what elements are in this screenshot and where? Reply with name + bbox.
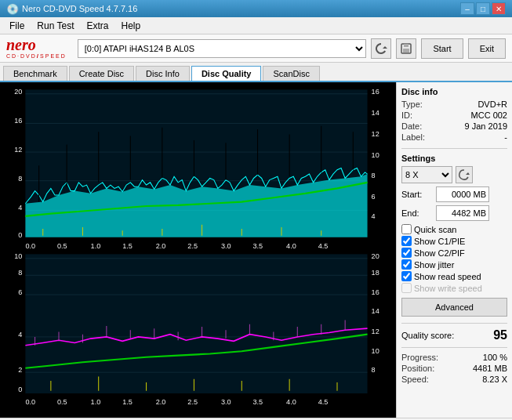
start-button[interactable]: Start <box>421 38 463 59</box>
show-c1pie-checkbox[interactable] <box>401 236 412 246</box>
quality-score-value: 95 <box>493 328 507 342</box>
menu-bar: File Run Test Extra Help <box>0 17 512 34</box>
save-icon-btn[interactable] <box>396 38 416 59</box>
advanced-button[interactable]: Advanced <box>401 298 507 317</box>
drive-select[interactable]: [0:0] ATAPI iHAS124 B AL0S <box>78 39 367 58</box>
svg-rect-2 <box>403 49 409 52</box>
disc-date-value: 9 Jan 2019 <box>465 121 507 131</box>
svg-text:8: 8 <box>372 171 376 179</box>
svg-text:1.5: 1.5 <box>122 241 133 250</box>
title-bar-text: Nero CD-DVD Speed 4.7.7.16 <box>22 4 137 13</box>
svg-text:16: 16 <box>372 87 379 96</box>
svg-text:8: 8 <box>18 173 22 182</box>
svg-rect-3 <box>404 44 409 47</box>
svg-text:4.0: 4.0 <box>286 397 296 406</box>
settings-title: Settings <box>401 154 507 163</box>
progress-section: Progress: 100 % Position: 4481 MB Speed:… <box>401 353 507 384</box>
show-c2pif-checkbox[interactable] <box>401 248 412 258</box>
svg-text:16: 16 <box>14 116 22 125</box>
svg-text:0: 0 <box>18 385 22 393</box>
end-input[interactable] <box>436 205 489 221</box>
disc-label-row: Label: - <box>401 132 507 142</box>
menu-extra[interactable]: Extra <box>80 19 114 33</box>
title-bar-left: 💿 Nero CD-DVD Speed 4.7.7.16 <box>6 3 137 15</box>
quick-scan-row: Quick scan <box>401 224 507 234</box>
disc-info-title: Disc info <box>401 87 507 96</box>
disc-type-value: DVD+R <box>478 100 507 109</box>
tab-create-disc[interactable]: Create Disc <box>69 66 134 81</box>
menu-run-test[interactable]: Run Test <box>31 19 80 33</box>
disc-id-row: ID: MCC 002 <box>401 110 507 120</box>
svg-text:4: 4 <box>18 330 22 339</box>
position-label: Position: <box>401 364 434 373</box>
svg-text:4.0: 4.0 <box>286 241 296 250</box>
svg-text:2.5: 2.5 <box>187 241 198 250</box>
refresh-settings-icon[interactable] <box>456 166 473 183</box>
close-button[interactable]: ✕ <box>492 2 506 15</box>
svg-text:2.0: 2.0 <box>156 241 166 250</box>
svg-text:14: 14 <box>372 107 379 116</box>
svg-text:3.5: 3.5 <box>252 397 263 406</box>
show-write-speed-checkbox <box>401 283 412 293</box>
svg-text:4: 4 <box>18 203 22 212</box>
svg-text:2: 2 <box>18 365 22 374</box>
svg-marker-0 <box>383 46 387 49</box>
svg-text:0.5: 0.5 <box>57 241 67 250</box>
position-row: Position: 4481 MB <box>401 364 507 373</box>
svg-text:8: 8 <box>372 365 376 374</box>
c2pif-row: Show C2/PIF <box>401 248 507 258</box>
tab-benchmark[interactable]: Benchmark <box>3 66 67 81</box>
tab-disc-info[interactable]: Disc Info <box>136 66 190 81</box>
menu-file[interactable]: File <box>3 19 31 33</box>
end-row: End: <box>401 205 507 221</box>
disc-id-value: MCC 002 <box>471 110 507 120</box>
tab-disc-quality[interactable]: Disc Quality <box>191 66 262 81</box>
show-write-speed-label: Show write speed <box>414 284 482 293</box>
svg-text:0.0: 0.0 <box>25 397 35 406</box>
svg-text:2.0: 2.0 <box>156 397 166 406</box>
start-input[interactable] <box>436 186 489 202</box>
show-read-speed-checkbox[interactable] <box>401 271 412 281</box>
svg-text:1.0: 1.0 <box>91 241 101 250</box>
svg-text:1.0: 1.0 <box>91 397 101 406</box>
refresh-icon-btn[interactable] <box>371 38 391 59</box>
svg-text:3.0: 3.0 <box>221 397 231 406</box>
svg-text:6: 6 <box>372 192 376 201</box>
disc-date-row: Date: 9 Jan 2019 <box>401 121 507 131</box>
tab-scan-disc[interactable]: ScanDisc <box>263 66 319 81</box>
show-jitter-checkbox[interactable] <box>401 259 412 270</box>
svg-text:0.0: 0.0 <box>25 241 35 250</box>
svg-text:3.0: 3.0 <box>221 241 231 250</box>
speed-select[interactable]: 8 X <box>401 166 452 183</box>
maximize-button[interactable]: □ <box>476 2 490 15</box>
quality-score-label: Quality score: <box>401 331 454 340</box>
toolbar: nero CD·DVD/SPEED [0:0] ATAPI iHAS124 B … <box>0 34 512 63</box>
quality-score-row: Quality score: 95 <box>401 328 507 342</box>
speed-row: 8 X <box>401 166 507 183</box>
svg-text:20: 20 <box>14 87 22 96</box>
exit-button[interactable]: Exit <box>468 38 506 59</box>
svg-text:12: 12 <box>372 326 379 335</box>
show-c1pie-label: Show C1/PIE <box>414 237 465 246</box>
jitter-row: Show jitter <box>401 259 507 270</box>
svg-text:4: 4 <box>372 212 376 220</box>
main-content: 20 16 12 8 4 0 16 14 12 10 8 6 4 <box>0 82 512 418</box>
quick-scan-checkbox[interactable] <box>401 224 412 234</box>
svg-text:12: 12 <box>14 145 22 154</box>
svg-text:16: 16 <box>372 288 379 296</box>
svg-text:0: 0 <box>18 230 22 239</box>
svg-text:10: 10 <box>372 150 379 158</box>
progress-row: Progress: 100 % <box>401 353 507 362</box>
svg-text:8: 8 <box>18 268 22 277</box>
svg-marker-104 <box>466 172 470 175</box>
disc-type-row: Type: DVD+R <box>401 100 507 109</box>
charts-svg: 20 16 12 8 4 0 16 14 12 10 8 6 4 <box>3 85 393 415</box>
svg-text:10: 10 <box>14 252 22 260</box>
show-jitter-label: Show jitter <box>414 260 454 270</box>
svg-text:12: 12 <box>372 129 379 137</box>
show-c2pif-label: Show C2/PIF <box>414 248 465 258</box>
chart1-group: 20 16 12 8 4 0 16 14 12 10 8 6 4 <box>14 87 379 250</box>
progress-label: Progress: <box>401 353 438 362</box>
menu-help[interactable]: Help <box>115 19 147 33</box>
minimize-button[interactable]: – <box>460 2 474 15</box>
